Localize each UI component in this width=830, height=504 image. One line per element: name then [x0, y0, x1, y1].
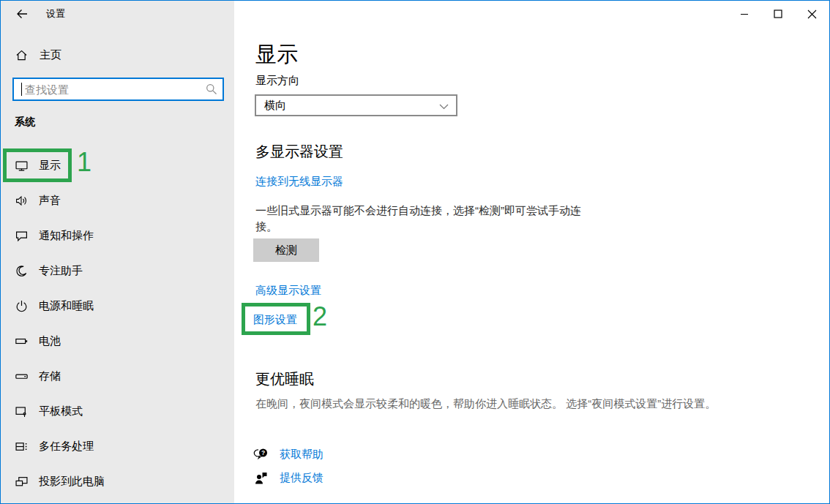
text-caret [21, 83, 22, 96]
minimize-icon [740, 10, 749, 18]
minimize-button[interactable] [728, 1, 761, 26]
search-input[interactable] [12, 78, 224, 101]
tablet-mode-icon [15, 405, 28, 418]
sleep-description: 在晚间，夜间模式会显示较柔和的暖色，帮助你进入睡眠状态。 选择“夜间模式设置”进… [255, 396, 768, 412]
sidebar-item-label: 电源和睡眠 [39, 299, 94, 313]
maximize-icon [774, 10, 782, 18]
sidebar-item-projecting[interactable]: 投影到此电脑 [1, 467, 234, 496]
notifications-icon [15, 230, 28, 242]
sidebar-item-focus-assist[interactable]: 专注助手 [1, 256, 234, 285]
sleep-heading: 更优睡眠 [255, 369, 314, 389]
sidebar-item-multitasking[interactable]: 多任务处理 [1, 432, 234, 461]
sidebar-item-notifications[interactable]: 通知和操作 [1, 221, 234, 250]
feedback-label: 提供反馈 [280, 471, 324, 485]
graphics-settings-link[interactable]: 图形设置 [253, 313, 297, 327]
back-arrow-icon [16, 8, 28, 20]
orientation-value: 横向 [264, 99, 286, 113]
orientation-label: 显示方向 [255, 74, 299, 88]
get-help-link[interactable]: ? 获取帮助 [253, 447, 324, 462]
svg-text:?: ? [261, 449, 265, 456]
search-icon [206, 83, 217, 95]
sidebar-item-tablet-mode[interactable]: 平板模式 [1, 396, 234, 426]
multitasking-icon [15, 440, 28, 453]
get-help-label: 获取帮助 [280, 448, 324, 462]
battery-icon [15, 335, 28, 347]
feedback-link[interactable]: 提供反馈 [253, 470, 324, 485]
sidebar-item-storage[interactable]: 存储 [1, 361, 234, 391]
feedback-person-icon [253, 470, 269, 485]
annotation-number-step2: 2 [313, 304, 327, 330]
wireless-display-link[interactable]: 连接到无线显示器 [255, 175, 343, 189]
maximize-button[interactable] [761, 1, 795, 26]
sidebar-item-label: 平板模式 [39, 405, 83, 418]
multi-display-heading: 多显示器设置 [255, 142, 343, 162]
sidebar-section-system: 系统 [15, 116, 35, 129]
sidebar-item-display[interactable]: 显示 [1, 151, 234, 180]
chevron-down-icon [439, 104, 449, 110]
close-button[interactable] [795, 1, 829, 26]
sidebar-item-sound[interactable]: 声音 [1, 186, 234, 215]
sidebar-item-label: 显示 [39, 159, 61, 173]
storage-icon [15, 370, 28, 383]
sidebar-item-battery[interactable]: 电池 [1, 326, 234, 356]
sidebar-item-label: 专注助手 [39, 264, 83, 278]
app-title: 设置 [46, 7, 65, 20]
help-bubble-icon: ? [253, 447, 269, 462]
focus-assist-icon [15, 265, 28, 277]
sidebar-item-label: 通知和操作 [39, 229, 94, 243]
sidebar-item-label: 投影到此电脑 [39, 475, 105, 489]
orientation-select[interactable]: 横向 [255, 94, 457, 116]
sidebar [1, 1, 234, 503]
close-icon [807, 10, 817, 19]
sidebar-item-power-sleep[interactable]: 电源和睡眠 [1, 291, 234, 320]
home-icon [15, 49, 28, 61]
advanced-display-link[interactable]: 高级显示设置 [255, 284, 321, 298]
sidebar-item-label: 声音 [39, 194, 61, 208]
multi-display-description: 一些旧式显示器可能不会进行自动连接，选择“检测”即可尝试手动连接。 [255, 203, 596, 235]
sidebar-item-label: 存储 [39, 369, 61, 383]
settings-window: 设置 主页 系统 [0, 0, 830, 504]
power-sleep-icon [15, 300, 28, 312]
sidebar-item-label: 多任务处理 [39, 440, 94, 454]
page-title: 显示 [255, 40, 298, 69]
back-button[interactable] [11, 5, 33, 23]
detect-button[interactable]: 检测 [253, 238, 319, 262]
sound-icon [15, 195, 28, 207]
search-box [12, 78, 224, 101]
window-controls [728, 1, 829, 26]
sidebar-item-label: 电池 [39, 334, 61, 348]
sidebar-item-home[interactable]: 主页 [1, 43, 234, 67]
projecting-icon [15, 475, 28, 488]
display-icon [15, 159, 28, 172]
sidebar-home-label: 主页 [40, 48, 61, 62]
